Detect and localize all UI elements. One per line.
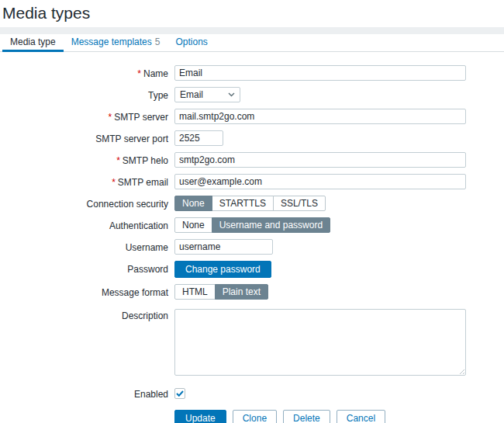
name-label: Name — [143, 68, 168, 79]
field-row-password: Password Change password — [0, 261, 504, 278]
field-row-smtp-port: SMTP server port — [0, 130, 504, 146]
media-type-form: *Name Type Email *SMTP server SMTP s — [0, 65, 504, 423]
connection-security-option-starttls[interactable]: STARTTLS — [212, 196, 274, 211]
message-format-label: Message format — [102, 287, 168, 298]
smtp-port-input[interactable] — [174, 130, 223, 146]
smtp-helo-label: SMTP helo — [123, 155, 168, 166]
smtp-server-input[interactable] — [174, 109, 466, 124]
authentication-option-none[interactable]: None — [174, 217, 212, 233]
tab-message-templates[interactable]: Message templates 5 — [64, 34, 168, 52]
field-row-smtp-helo: *SMTP helo — [0, 152, 504, 168]
password-label: Password — [127, 264, 168, 275]
field-row-username: Username — [0, 239, 504, 255]
field-row-message-format: Message format HTML Plain text — [0, 284, 504, 300]
description-textarea[interactable] — [174, 309, 466, 376]
field-row-smtp-server: *SMTP server — [0, 109, 504, 124]
enabled-checkbox[interactable] — [174, 388, 185, 399]
update-button[interactable]: Update — [174, 410, 226, 423]
smtp-server-label: SMTP server — [114, 112, 168, 123]
chevron-down-icon — [228, 92, 235, 97]
field-row-authentication: Authentication None Username and passwor… — [0, 217, 504, 233]
smtp-port-label: SMTP server port — [95, 133, 168, 144]
field-row-connection-security: Connection security None STARTTLS SSL/TL… — [0, 196, 504, 211]
smtp-email-label: SMTP email — [118, 177, 168, 188]
enabled-label: Enabled — [134, 389, 168, 400]
tab-label: Options — [175, 36, 207, 47]
smtp-email-input[interactable] — [174, 174, 466, 189]
type-select[interactable]: Email — [174, 87, 240, 102]
required-marker: * — [109, 112, 112, 123]
authentication-segmented-control: None Username and password — [174, 217, 330, 233]
type-select-value: Email — [180, 89, 203, 100]
message-format-option-plain-text[interactable]: Plain text — [215, 284, 268, 300]
connection-security-label: Connection security — [87, 199, 168, 210]
header-divider-band — [0, 27, 504, 34]
message-format-segmented-control: HTML Plain text — [174, 284, 268, 300]
clone-button[interactable]: Clone — [233, 410, 277, 423]
field-row-smtp-email: *SMTP email — [0, 174, 504, 189]
message-templates-count-badge: 5 — [155, 36, 161, 47]
field-row-name: *Name — [0, 65, 504, 81]
required-marker: * — [137, 68, 141, 79]
description-label: Description — [122, 310, 168, 321]
name-input[interactable] — [174, 65, 466, 81]
smtp-helo-input[interactable] — [174, 152, 466, 168]
tab-label: Message templates — [71, 36, 152, 47]
username-label: Username — [126, 242, 168, 253]
tabbar: Media type Message templates 5 Options — [0, 34, 504, 52]
form-actions: Update Clone Delete Cancel — [174, 410, 504, 423]
field-row-description: Description — [0, 309, 504, 376]
field-row-enabled: Enabled — [0, 387, 504, 400]
connection-security-option-ssltls[interactable]: SSL/TLS — [273, 196, 326, 211]
type-label: Type — [148, 90, 168, 101]
required-marker: * — [112, 177, 116, 188]
tab-label: Media type — [10, 36, 56, 47]
tab-media-type[interactable]: Media type — [2, 34, 64, 52]
field-row-type: Type Email — [0, 87, 504, 102]
change-password-button[interactable]: Change password — [174, 261, 271, 278]
cancel-button[interactable]: Cancel — [337, 410, 385, 423]
username-input[interactable] — [174, 239, 273, 255]
delete-button[interactable]: Delete — [283, 410, 330, 423]
tab-options[interactable]: Options — [167, 34, 215, 52]
required-marker: * — [116, 155, 120, 166]
connection-security-option-none[interactable]: None — [174, 196, 212, 211]
connection-security-segmented-control: None STARTTLS SSL/TLS — [174, 196, 326, 211]
message-format-option-html[interactable]: HTML — [174, 284, 216, 300]
page-header: Media types — [0, 0, 504, 27]
authentication-label: Authentication — [109, 220, 168, 231]
authentication-option-username-password[interactable]: Username and password — [212, 217, 330, 233]
check-icon — [176, 390, 184, 397]
page-title: Media types — [2, 4, 504, 23]
